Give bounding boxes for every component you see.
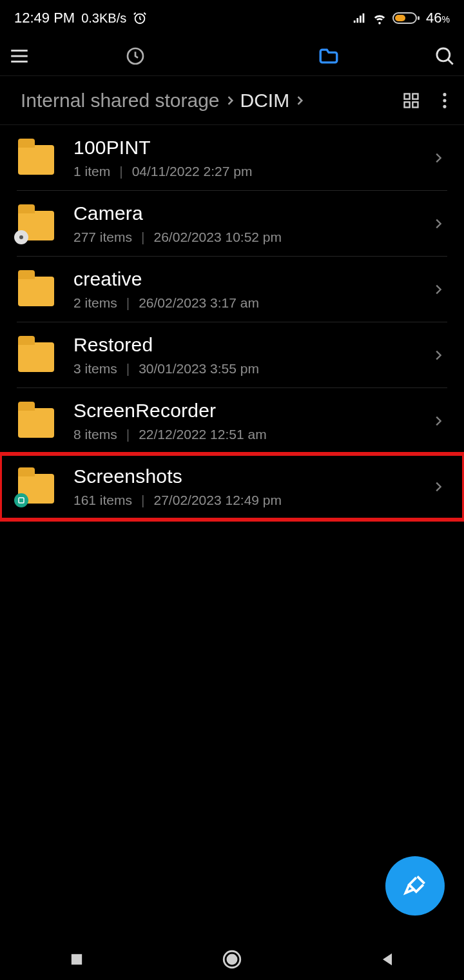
broom-icon (401, 872, 429, 900)
breadcrumb-root[interactable]: Internal shared storage (21, 90, 220, 112)
folder-meta: 161 items|27/02/2023 12:49 pm (73, 493, 425, 508)
separator: | (126, 361, 130, 377)
view-grid-button[interactable] (402, 92, 420, 110)
folder-meta: 2 items|26/02/2023 3:17 am (73, 295, 425, 311)
folder-icon (17, 467, 55, 506)
folder-item-count: 3 items (73, 361, 117, 377)
camera-badge-icon (14, 230, 28, 244)
svg-rect-3 (418, 16, 420, 20)
tab-recent[interactable] (125, 46, 146, 66)
wifi-icon (372, 11, 387, 25)
chevron-right-icon (224, 94, 237, 107)
folder-date: 27/02/2023 12:49 pm (154, 493, 282, 508)
folder-text: 100PINT1 item|04/11/2022 2:27 pm (73, 137, 425, 179)
search-button[interactable] (425, 45, 464, 67)
svg-rect-19 (72, 954, 82, 965)
nav-recent-button[interactable] (68, 950, 86, 968)
svg-point-17 (19, 235, 23, 239)
tab-files[interactable] (318, 45, 340, 67)
signal-icon (353, 11, 367, 25)
folder-item-count: 2 items (73, 295, 117, 311)
svg-point-21 (227, 955, 237, 964)
svg-point-14 (443, 93, 446, 96)
folder-item-count: 1 item (73, 164, 110, 179)
chevron-right-icon (425, 348, 451, 362)
chevron-right-icon (425, 151, 451, 165)
folder-list: 100PINT1 item|04/11/2022 2:27 pmCamera27… (0, 125, 464, 520)
screenshot-badge-icon (14, 493, 28, 507)
folder-meta: 3 items|30/01/2023 3:55 pm (73, 361, 425, 377)
separator: | (141, 493, 144, 508)
folder-row[interactable]: Restored3 items|30/01/2023 3:55 pm (0, 322, 464, 388)
folder-icon (17, 336, 55, 375)
folder-name: creative (73, 268, 425, 290)
folder-date: 26/02/2023 10:52 pm (154, 230, 282, 245)
folder-name: ScreenRecorder (73, 400, 425, 422)
folder-meta: 8 items|22/12/2022 12:51 am (73, 427, 425, 442)
breadcrumb-current[interactable]: DCIM (240, 90, 290, 112)
folder-meta: 1 item|04/11/2022 2:27 pm (73, 164, 425, 179)
folder-meta: 277 items|26/02/2023 10:52 pm (73, 230, 425, 245)
svg-rect-18 (19, 498, 24, 503)
chevron-right-icon (425, 480, 451, 494)
folder-date: 26/02/2023 3:17 am (139, 295, 259, 311)
folder-date: 22/12/2022 12:51 am (139, 427, 267, 442)
separator: | (126, 427, 130, 442)
folder-text: Restored3 items|30/01/2023 3:55 pm (73, 334, 425, 377)
folder-item-count: 8 items (73, 427, 117, 442)
folder-name: Restored (73, 334, 425, 356)
battery-icon (392, 11, 421, 25)
separator: | (119, 164, 122, 179)
svg-rect-11 (412, 93, 418, 99)
separator: | (126, 295, 130, 311)
status-net-speed: 0.3KB/s (81, 11, 126, 26)
separator: | (141, 230, 144, 245)
svg-rect-13 (412, 102, 418, 107)
breadcrumb[interactable]: Internal shared storage DCIM (21, 90, 306, 112)
folder-icon (17, 204, 55, 243)
top-nav (0, 36, 464, 76)
folder-row[interactable]: Screenshots161 items|27/02/2023 12:49 pm (0, 454, 464, 520)
folder-text: Screenshots161 items|27/02/2023 12:49 pm (73, 466, 425, 508)
folder-icon (17, 270, 55, 309)
chevron-right-icon (293, 94, 306, 107)
chevron-right-icon (425, 414, 451, 428)
folder-row[interactable]: ScreenRecorder8 items|22/12/2022 12:51 a… (0, 388, 464, 454)
folder-row[interactable]: Camera277 items|26/02/2023 10:52 pm (0, 191, 464, 257)
folder-name: Camera (73, 202, 425, 224)
breadcrumb-row: Internal shared storage DCIM (0, 76, 464, 125)
folder-date: 04/11/2022 2:27 pm (132, 164, 253, 179)
svg-rect-10 (405, 93, 410, 99)
chevron-right-icon (425, 217, 451, 231)
svg-line-9 (448, 59, 453, 64)
svg-rect-2 (395, 15, 405, 21)
folder-name: Screenshots (73, 466, 425, 487)
svg-point-8 (437, 48, 450, 61)
folder-row[interactable]: 100PINT1 item|04/11/2022 2:27 pm (0, 125, 464, 191)
clean-fab[interactable] (385, 856, 445, 916)
status-time: 12:49 PM (14, 10, 75, 26)
more-options-button[interactable] (442, 92, 447, 110)
folder-icon (17, 139, 55, 177)
nav-home-button[interactable] (221, 948, 243, 970)
folder-name: 100PINT (73, 137, 425, 159)
svg-rect-12 (405, 102, 410, 107)
folder-item-count: 161 items (73, 493, 132, 508)
chevron-right-icon (425, 282, 451, 297)
alarm-icon (133, 11, 147, 25)
folder-text: creative2 items|26/02/2023 3:17 am (73, 268, 425, 311)
nav-back-button[interactable] (378, 950, 396, 968)
status-bar: 12:49 PM 0.3KB/s 46% (0, 0, 464, 36)
system-nav-bar (0, 939, 464, 980)
battery-percent: 46% (426, 10, 450, 26)
folder-text: ScreenRecorder8 items|22/12/2022 12:51 a… (73, 400, 425, 442)
svg-point-16 (443, 104, 446, 108)
folder-item-count: 277 items (73, 230, 132, 245)
folder-text: Camera277 items|26/02/2023 10:52 pm (73, 202, 425, 245)
menu-button[interactable] (0, 45, 39, 67)
folder-icon (17, 402, 55, 440)
folder-date: 30/01/2023 3:55 pm (139, 361, 259, 377)
folder-row[interactable]: creative2 items|26/02/2023 3:17 am (0, 257, 464, 322)
svg-point-15 (443, 99, 446, 102)
